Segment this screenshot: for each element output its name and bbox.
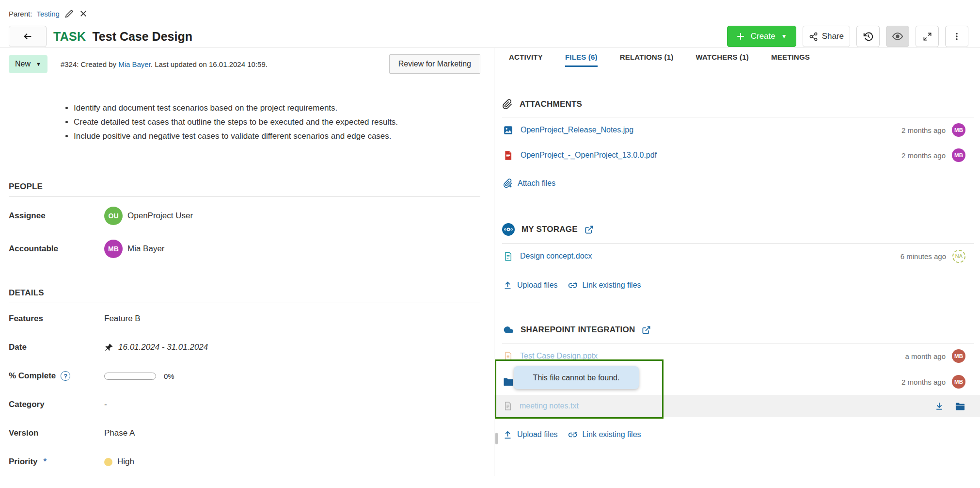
paperclip-plus-icon — [503, 179, 513, 188]
open-storage-external-icon[interactable] — [585, 225, 594, 234]
assignee-value[interactable]: OU OpenProject User — [104, 207, 480, 225]
tab-meetings[interactable]: MEETINGS — [771, 48, 810, 67]
storage-file-row[interactable]: Test Case Design.pptx a month ago MB — [494, 343, 980, 369]
breadcrumb: Parent: Testing — [9, 8, 968, 19]
parent-label: Parent: — [9, 10, 32, 18]
people-section-heading: PEOPLE — [9, 182, 480, 197]
percent-complete-value[interactable]: 0% — [104, 372, 480, 380]
paperclip-icon — [502, 99, 513, 110]
accountable-field: Accountable MB Mia Bayer — [9, 240, 480, 258]
edit-parent-icon[interactable] — [64, 9, 74, 19]
attach-files-link[interactable]: Attach files — [503, 179, 555, 188]
tab-activity[interactable]: ACTIVITY — [509, 48, 543, 67]
expand-icon — [923, 32, 932, 41]
pin-icon — [104, 343, 113, 352]
docx-file-icon — [503, 251, 513, 261]
page-header: Parent: Testing TASK Test Case Design Cr… — [0, 0, 980, 48]
required-indicator: * — [44, 457, 47, 467]
percent-complete-label: % Complete — [9, 371, 56, 381]
image-file-icon — [503, 125, 513, 135]
upload-icon — [503, 281, 512, 290]
accountable-value[interactable]: MB Mia Bayer — [104, 240, 480, 258]
tab-watchers[interactable]: WATCHERS (1) — [695, 48, 749, 67]
page-title: Test Case Design — [92, 30, 192, 44]
link-existing-files-link[interactable]: Link existing files — [568, 281, 641, 290]
version-value[interactable]: Phase A — [104, 428, 480, 438]
version-field: Version Phase A — [9, 428, 480, 438]
storage-file-link[interactable]: Test Case Design.pptx — [520, 352, 598, 360]
chevron-down-icon: ▼ — [781, 33, 787, 40]
upload-icon — [503, 430, 512, 439]
remove-parent-icon[interactable] — [79, 9, 88, 18]
share-icon — [809, 32, 818, 41]
open-folder-icon[interactable] — [955, 402, 965, 411]
fullscreen-button[interactable] — [916, 26, 939, 47]
status-dropdown[interactable]: New ▼ — [9, 55, 47, 73]
file-timestamp: a month ago — [905, 352, 946, 360]
link-plus-icon — [568, 430, 578, 439]
avatar: NA — [952, 250, 965, 263]
category-value[interactable]: - — [104, 400, 480, 409]
activity-history-button[interactable] — [856, 26, 880, 47]
pane-resizer-handle[interactable] — [495, 433, 498, 444]
work-package-panel: New ▼ #324: Created by Mia Bayer. Last u… — [0, 48, 494, 476]
priority-field: Priority* High — [9, 457, 480, 467]
priority-value[interactable]: High — [104, 457, 480, 467]
date-field: Date 16.01.2024 - 31.01.2024 — [9, 342, 480, 352]
attachment-row: OpenProject_Release_Notes.jpg 2 months a… — [494, 117, 980, 143]
nextcloud-storage-icon — [502, 223, 515, 236]
upload-files-link[interactable]: Upload files — [503, 430, 558, 439]
create-button[interactable]: Create ▼ — [727, 26, 796, 47]
author-link[interactable]: Mia Bayer — [118, 60, 151, 68]
category-label: Category — [9, 400, 104, 409]
txt-file-icon — [503, 401, 512, 411]
storage-file-row-hovered[interactable]: meeting notes.txt — [494, 395, 980, 417]
assignee-field: Assignee OU OpenProject User — [9, 207, 480, 225]
assignee-label: Assignee — [9, 211, 104, 221]
parent-link[interactable]: Testing — [36, 10, 60, 18]
history-icon — [863, 32, 873, 42]
file-timestamp: 2 months ago — [901, 151, 946, 160]
plus-icon — [736, 32, 745, 41]
eye-icon — [892, 31, 903, 42]
features-label: Features — [9, 314, 104, 324]
avatar: OU — [104, 207, 123, 225]
storage-file-row[interactable]: Design concept.docx 6 minutes ago NA — [494, 244, 980, 269]
share-button[interactable]: Share — [803, 26, 850, 47]
features-value[interactable]: Feature B — [104, 314, 480, 324]
storage-file-link[interactable]: Design concept.docx — [520, 252, 592, 260]
workflow-action-button[interactable]: Review for Marketing — [389, 54, 480, 74]
pptx-file-icon — [503, 351, 513, 361]
date-label: Date — [9, 342, 104, 352]
description-bullet: Identify and document test scenarios bas… — [74, 101, 480, 115]
work-package-type: TASK — [53, 30, 86, 44]
attachment-link[interactable]: OpenProject_-_OpenProject_13.0.0.pdf — [521, 151, 657, 160]
attachment-link[interactable]: OpenProject_Release_Notes.jpg — [521, 126, 633, 134]
date-value[interactable]: 16.01.2024 - 31.01.2024 — [104, 342, 480, 352]
title-bar: TASK Test Case Design Create ▼ Share — [9, 25, 968, 48]
tab-relations[interactable]: RELATIONS (1) — [620, 48, 674, 67]
tab-bar: ACTIVITY FILES (6) RELATIONS (1) WATCHER… — [494, 48, 980, 67]
avatar: MB — [952, 349, 965, 363]
description-bullet: Include positive and negative test cases… — [74, 129, 480, 143]
open-storage-external-icon[interactable] — [642, 325, 651, 335]
file-error-tooltip: This file cannot be found. — [514, 366, 639, 389]
avatar: MB — [952, 123, 965, 137]
more-menu-button[interactable] — [945, 26, 968, 47]
avatar: MB — [952, 148, 965, 162]
watch-button[interactable] — [886, 26, 909, 47]
tab-files[interactable]: FILES (6) — [565, 48, 598, 67]
link-existing-files-link[interactable]: Link existing files — [568, 430, 641, 439]
attachment-row: OpenProject_-_OpenProject_13.0.0.pdf 2 m… — [494, 143, 980, 168]
help-icon[interactable]: ? — [61, 371, 70, 381]
file-timestamp: 2 months ago — [901, 378, 946, 386]
upload-files-link[interactable]: Upload files — [503, 281, 558, 290]
sharepoint-section-header: SHAREPOINT INTEGRATION — [502, 324, 974, 343]
download-file-icon[interactable] — [934, 401, 944, 411]
back-button[interactable] — [9, 26, 47, 47]
storage-file-link[interactable]: meeting notes.txt — [520, 402, 579, 410]
details-tab-panel: ACTIVITY FILES (6) RELATIONS (1) WATCHER… — [494, 48, 980, 476]
priority-label: Priority — [9, 457, 38, 467]
cloud-icon — [502, 324, 514, 336]
my-storage-section-header: MY STORAGE — [502, 223, 974, 244]
